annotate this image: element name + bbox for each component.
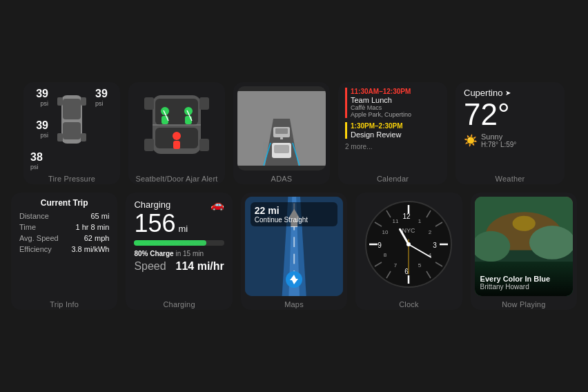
navigation-icon: ➤: [505, 89, 511, 97]
nowplaying-label: Now Playing: [471, 296, 577, 310]
adas-widget[interactable]: ADAS: [233, 82, 330, 184]
svg-rect-5: [57, 133, 63, 141]
tire-pressure-content: 39 psi: [23, 82, 120, 170]
adas-content: [237, 86, 326, 170]
calendar-content: 11:30AM–12:30PM Team Lunch Caffè Macs Ap…: [338, 82, 447, 170]
trip-label: Trip Info: [11, 296, 117, 310]
svg-point-21: [173, 132, 181, 140]
weather-label: Weather: [455, 170, 565, 184]
svg-rect-19: [185, 116, 192, 124]
nowplaying-content: Every Color In Blue Brittany Howard: [475, 197, 573, 296]
svg-text:2: 2: [429, 229, 432, 235]
svg-rect-1: [63, 99, 81, 119]
svg-text:8: 8: [384, 252, 387, 258]
svg-point-79: [512, 216, 535, 231]
trip-title: Current Trip: [19, 198, 109, 208]
charging-progress-bar: [134, 240, 224, 246]
adas-label: ADAS: [233, 170, 330, 184]
clock-content: 12 3 6 9 1 2 4 5 7 8 10 11 NYC: [355, 193, 462, 296]
charging-unit: mi: [178, 224, 188, 234]
svg-rect-22: [173, 141, 180, 149]
clock-timezone: NYC: [402, 227, 416, 234]
svg-text:5: 5: [418, 262, 422, 268]
svg-point-77: [529, 226, 573, 259]
charging-content: Charging 🚗 156 mi 80% Charge in 15 min: [126, 193, 232, 296]
clock-widget[interactable]: 12 3 6 9 1 2 4 5 7 8 10 11 NYC: [355, 193, 462, 310]
charging-bar-fill: [134, 240, 206, 246]
widget-row-1: 39 psi: [11, 82, 577, 184]
seatbelt-label: Seatbelt/Door Ajar Alert: [128, 170, 225, 184]
maps-widget[interactable]: 22 mi Continue Straight Maps: [241, 193, 347, 310]
svg-rect-30: [275, 128, 288, 134]
weather-desc: Sunny: [481, 133, 516, 141]
svg-rect-39: [293, 254, 295, 264]
trip-efficiency-row: Efficiency 3.8 mi/kWh: [19, 245, 109, 253]
svg-rect-28: [274, 145, 289, 153]
trip-info-widget[interactable]: Current Trip Distance 65 mi Time 1 hr 8 …: [11, 193, 117, 310]
nowplaying-title: Every Color In Blue: [480, 275, 567, 283]
charging-speed-label: Speed: [134, 260, 166, 273]
cal-event-2-time: 1:30PM–2:30PM: [351, 122, 440, 130]
tire-pressure-widget[interactable]: 39 psi: [23, 82, 120, 184]
charging-speed-value: 114 mi/hr: [176, 260, 224, 273]
trip-content: Current Trip Distance 65 mi Time 1 hr 8 …: [11, 193, 117, 296]
charging-miles-value: 156: [134, 211, 175, 236]
svg-text:11: 11: [393, 218, 399, 224]
svg-text:9: 9: [378, 242, 382, 249]
cal-event-1-time: 11:30AM–12:30PM: [351, 88, 440, 95]
maps-content: 22 mi Continue Straight: [245, 197, 343, 296]
svg-text:3: 3: [433, 242, 438, 249]
widget-row-2: Current Trip Distance 65 mi Time 1 hr 8 …: [11, 193, 577, 310]
tire-fr: 39 psi: [92, 88, 116, 119]
nowplaying-widget[interactable]: Every Color In Blue Brittany Howard Now …: [471, 193, 577, 310]
svg-rect-11: [144, 97, 154, 110]
maps-app-icon: [286, 271, 302, 291]
weather-condition-row: ☀️ Sunny H:78° L:59°: [464, 133, 556, 148]
tire-rr: 38 psi: [28, 151, 51, 170]
charging-pct-detail: 80% Charge in 15 min: [134, 250, 204, 257]
cal-event-1-subloc: Apple Park, Cupertino: [351, 111, 440, 118]
weather-content: Cupertino ➤ 72° ☀️ Sunny H:78° L:59°: [455, 82, 565, 170]
svg-rect-12: [199, 97, 209, 110]
charging-details: 80% Charge in 15 min: [134, 250, 224, 257]
charging-car-icon: 🚗: [210, 198, 224, 211]
svg-text:7: 7: [394, 262, 398, 268]
svg-rect-38: [293, 237, 295, 247]
svg-text:10: 10: [382, 229, 389, 235]
trip-speed-row: Avg. Speed 62 mph: [19, 234, 109, 242]
svg-rect-16: [161, 116, 168, 124]
tire-pressure-label: Tire Pressure: [23, 170, 120, 184]
sunny-icon: ☀️: [464, 134, 478, 147]
seatbelt-content: [128, 82, 225, 170]
calendar-widget[interactable]: 11:30AM–12:30PM Team Lunch Caffè Macs Ap…: [338, 82, 447, 184]
maps-overlay: 22 mi Continue Straight: [251, 202, 337, 226]
maps-distance: 22 mi: [255, 205, 333, 216]
cal-event-1-title: Team Lunch: [351, 96, 440, 104]
weather-widget[interactable]: Cupertino ➤ 72° ☀️ Sunny H:78° L:59°: [455, 82, 565, 184]
tire-fl: 39 psi: [28, 88, 51, 119]
tire-rl: 39 psi: [28, 119, 51, 151]
calendar-label: Calendar: [338, 170, 447, 184]
svg-rect-14: [199, 139, 209, 151]
weather-location: Cupertino ➤: [464, 88, 556, 98]
svg-text:6: 6: [405, 268, 409, 275]
svg-rect-6: [81, 133, 86, 141]
charging-text: Charging: [134, 199, 170, 210]
nowplaying-artist: Brittany Howard: [480, 283, 567, 291]
cal-event-1-loc: Caffè Macs: [351, 104, 440, 111]
svg-rect-13: [144, 139, 154, 151]
svg-text:1: 1: [418, 218, 422, 224]
charging-widget[interactable]: Charging 🚗 156 mi 80% Charge in 15 min: [126, 193, 232, 310]
svg-point-72: [406, 242, 411, 246]
svg-text:12: 12: [403, 213, 411, 220]
charging-label: Charging: [126, 296, 232, 310]
maps-label: Maps: [241, 296, 347, 310]
calendar-more: 2 more...: [345, 143, 440, 150]
calendar-event-1: 11:30AM–12:30PM Team Lunch Caffè Macs Ap…: [345, 88, 440, 118]
weather-temp: 72°: [464, 99, 556, 130]
cal-event-2-title: Design Review: [351, 130, 440, 139]
charging-miles-display: 156 mi: [134, 211, 224, 236]
maps-instruction: Continue Straight: [255, 216, 333, 224]
trip-distance-row: Distance 65 mi: [19, 212, 109, 220]
seatbelt-widget[interactable]: Seatbelt/Door Ajar Alert: [128, 82, 225, 184]
